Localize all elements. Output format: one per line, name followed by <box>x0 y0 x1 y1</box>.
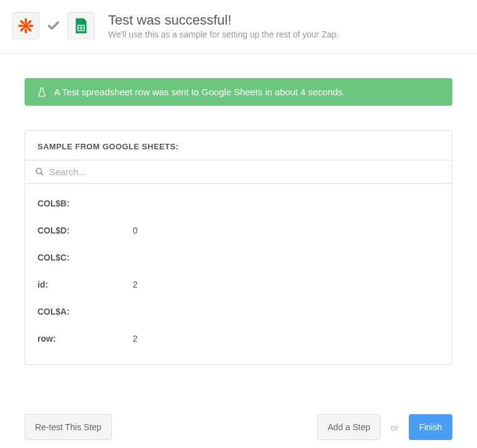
field-value: 2 <box>133 334 138 344</box>
flask-icon <box>37 87 47 97</box>
or-text: or <box>390 422 398 433</box>
svg-rect-4 <box>27 20 32 25</box>
search-wrap <box>25 160 452 184</box>
search-input[interactable] <box>49 167 442 177</box>
svg-point-8 <box>23 23 28 28</box>
svg-rect-1 <box>25 28 27 33</box>
field-key: COL$A: <box>37 307 133 316</box>
footer: Re-test This Step Add a Step or Finish <box>0 390 477 448</box>
field-key: COL$B: <box>37 198 133 208</box>
fields-list: COL$B: COL$D: 0 COL$C: id: 2 COL$A: row: <box>25 184 452 364</box>
zapier-icon-box <box>12 12 39 39</box>
field-key: COL$C: <box>37 253 133 262</box>
field-row: COL$D: 0 <box>37 217 440 244</box>
google-sheets-icon-box <box>68 12 95 39</box>
field-value: 2 <box>133 280 138 289</box>
retest-button[interactable]: Re-test This Step <box>25 414 112 440</box>
field-key: COL$D: <box>37 226 133 235</box>
svg-line-14 <box>41 173 42 175</box>
field-row: COL$C: <box>37 244 440 271</box>
success-banner: A Test spreadsheet row was sent to Googl… <box>25 78 452 106</box>
field-key: row: <box>37 334 133 344</box>
svg-rect-2 <box>18 25 23 27</box>
finish-button[interactable]: Finish <box>409 414 452 440</box>
svg-rect-5 <box>20 27 25 32</box>
sample-heading: SAMPLE FROM GOOGLE SHEETS: <box>25 131 452 160</box>
field-row: COL$B: <box>37 190 440 217</box>
google-sheets-icon <box>73 17 90 34</box>
check-icon <box>47 19 60 33</box>
zapier-icon <box>17 17 34 34</box>
sample-box: SAMPLE FROM GOOGLE SHEETS: COL$B: COL$D:… <box>25 130 452 365</box>
page-subtitle: We'll use this as a sample for setting u… <box>108 29 339 39</box>
svg-rect-3 <box>28 25 33 27</box>
svg-rect-7 <box>27 27 32 32</box>
page-header: Test was successful! We'll use this as a… <box>0 0 477 53</box>
success-message: A Test spreadsheet row was sent to Googl… <box>54 87 345 97</box>
field-key: id: <box>37 280 133 289</box>
add-step-button[interactable]: Add a Step <box>317 414 380 440</box>
field-row: row: 2 <box>37 325 440 352</box>
svg-rect-0 <box>25 18 27 23</box>
field-row: id: 2 <box>37 271 440 298</box>
svg-rect-6 <box>20 20 25 25</box>
search-icon <box>35 167 44 176</box>
page-title: Test was successful! <box>108 12 339 28</box>
field-value: 0 <box>133 226 138 235</box>
field-row: COL$A: <box>37 298 440 325</box>
